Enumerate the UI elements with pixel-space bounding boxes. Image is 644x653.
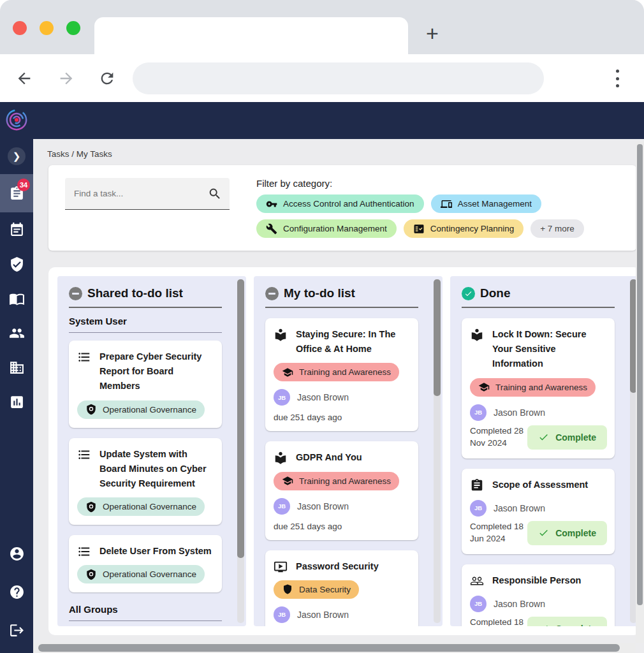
task-card[interactable]: Scope of Assessment JB Jason Brown Compl…: [462, 469, 615, 554]
list-icon: [77, 350, 91, 364]
people-icon: [9, 325, 25, 341]
task-title: Scope of Assessment: [492, 478, 588, 492]
fact-check-icon: [413, 223, 425, 235]
school-icon: [282, 475, 293, 487]
address-bar[interactable]: [133, 62, 544, 94]
completed-date: Completed 28 Nov 2024: [470, 425, 527, 450]
task-card[interactable]: Delete User From System Operational Gove…: [69, 535, 222, 592]
horizontal-scrollbar[interactable]: [33, 643, 636, 653]
sidebar-item-reports[interactable]: [0, 385, 33, 419]
policy-shield-icon: [85, 501, 97, 513]
chip-asset-management[interactable]: Asset Management: [431, 194, 541, 213]
sidebar-item-account[interactable]: [0, 534, 33, 573]
vertical-scrollbar[interactable]: [636, 142, 644, 643]
browser-menu-icon[interactable]: [611, 68, 624, 89]
task-search-field[interactable]: [65, 178, 230, 210]
new-tab-button[interactable]: +: [426, 20, 439, 46]
task-title: Delete User From System: [99, 544, 212, 559]
category-badge: Training and Awareness: [470, 378, 596, 397]
task-card[interactable]: Prepare Cyber Security Report for Board …: [69, 341, 222, 428]
sidebar-expand-button[interactable]: ❯: [8, 147, 26, 165]
policy-shield-icon: [85, 569, 97, 580]
search-input[interactable]: [74, 189, 208, 198]
sidebar-item-calendar[interactable]: [0, 212, 33, 247]
task-title: GDPR And You: [296, 450, 362, 465]
status-badge: Complete: [527, 425, 607, 450]
category-badge: Data Security: [274, 580, 359, 599]
chip-access-control[interactable]: Access Control and Authentication: [256, 194, 424, 213]
sidebar-item-organisation[interactable]: [0, 350, 33, 385]
forward-icon[interactable]: [57, 70, 75, 87]
app-sidebar: ❯ 34: [0, 102, 33, 653]
filter-label: Filter by category:: [256, 178, 584, 189]
task-card[interactable]: Staying Secure: In The Office & At Home …: [265, 318, 418, 431]
sidebar-item-help[interactable]: [0, 573, 33, 611]
column-done: Done Lock It Down: Secure Your Sensitive…: [450, 276, 639, 626]
app-area: ❯ 34 Tasks / My Tasks: [0, 102, 644, 653]
minus-circle-icon[interactable]: [69, 287, 82, 300]
browser-tab[interactable]: [94, 17, 408, 54]
avatar: JB: [470, 596, 487, 612]
tab-strip: +: [0, 0, 644, 54]
task-title: Prepare Cyber Security Report for Board …: [99, 349, 214, 394]
minus-circle-icon[interactable]: [265, 287, 279, 300]
calendar-icon: [9, 222, 25, 238]
maximize-window-button[interactable]: [66, 21, 80, 35]
window-controls: [13, 21, 80, 35]
task-card[interactable]: Password Security Data Security JB Jason…: [265, 550, 418, 626]
logout-icon: [9, 622, 25, 638]
status-badge: Complete: [527, 521, 607, 545]
account-icon: [9, 546, 25, 562]
category-badge: Training and Awareness: [274, 363, 399, 381]
main-content: Tasks / My Tasks Filter by category: Acc…: [33, 139, 644, 653]
avatar: JB: [274, 389, 290, 406]
school-icon: [282, 367, 293, 378]
column-scrollbar[interactable]: [237, 279, 244, 623]
column-scrollbar[interactable]: [434, 279, 441, 623]
due-date: due 251 days ago: [274, 413, 411, 422]
video-icon: [274, 560, 288, 574]
sidebar-item-knowledge[interactable]: [0, 281, 33, 316]
task-title: Staying Secure: In The Office & At Home: [296, 327, 411, 356]
browser-toolbar: [0, 54, 644, 102]
sidebar-item-tasks[interactable]: 34: [0, 174, 33, 212]
chip-contingency-planning[interactable]: Contingency Planning: [404, 219, 523, 238]
back-icon[interactable]: [15, 70, 33, 87]
reload-icon[interactable]: [98, 70, 116, 87]
check-circle-icon[interactable]: [462, 287, 475, 300]
library-icon: [274, 451, 288, 465]
status-badge: Complete: [527, 617, 607, 626]
app-header-bar: [0, 102, 644, 139]
chip-more-categories[interactable]: + 7 more: [531, 219, 584, 238]
category-badge: Operational Governance: [77, 497, 205, 516]
close-window-button[interactable]: [13, 21, 27, 35]
avatar: JB: [274, 498, 290, 515]
task-title: Responsible Person: [492, 573, 581, 588]
bar-chart-icon: [9, 394, 25, 410]
school-icon: [478, 381, 490, 393]
tasks-count-badge: 34: [17, 179, 30, 191]
list-icon: [77, 545, 91, 559]
category-badge: Operational Governance: [77, 565, 205, 583]
wrench-icon: [266, 223, 277, 235]
task-card[interactable]: Responsible Person JB Jason Brown Comple…: [462, 564, 615, 626]
chip-configuration-management[interactable]: Configuration Management: [256, 219, 397, 238]
filter-panel: Filter by category: Access Control and A…: [48, 165, 636, 251]
section-heading: All Groups: [69, 604, 222, 615]
sidebar-item-logout[interactable]: [0, 611, 33, 649]
task-card[interactable]: GDPR And You Training and Awareness JB J…: [265, 441, 418, 539]
check-icon: [538, 432, 549, 443]
assignee-name: Jason Brown: [494, 407, 545, 418]
task-title: Update System with Board Minutes on Cybe…: [99, 447, 214, 492]
library-icon: [274, 328, 288, 342]
task-card[interactable]: Update System with Board Minutes on Cybe…: [69, 438, 222, 525]
task-card[interactable]: Lock It Down: Secure Your Sensitive Info…: [462, 318, 615, 459]
completed-date: Completed 18 Jun 2024: [470, 617, 527, 626]
sidebar-item-compliance[interactable]: [0, 247, 33, 281]
avatar: JB: [470, 404, 487, 421]
minimize-window-button[interactable]: [40, 21, 54, 35]
due-date: due 251 days ago: [274, 522, 411, 531]
groups-icon: [470, 574, 484, 588]
sidebar-item-people[interactable]: [0, 316, 33, 350]
column-shared-todo: Shared to-do list System User Prepare Cy…: [57, 276, 246, 626]
